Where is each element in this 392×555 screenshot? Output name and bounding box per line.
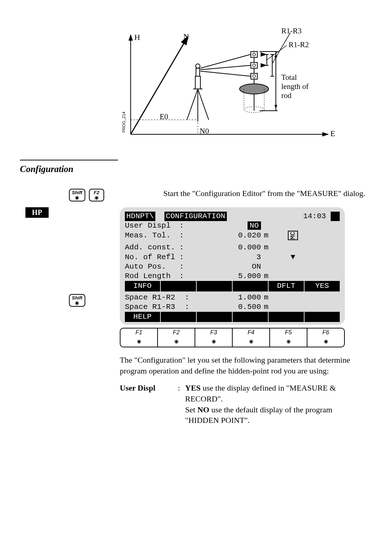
f6-key[interactable]: F6◉ [307,328,344,347]
definition-user-displ: User Displ : YES use the display defined… [120,383,367,426]
svg-marker-36 [274,105,277,109]
svg-rect-9 [195,76,200,89]
shift-key-2[interactable]: Shift ◉ [69,294,85,307]
f1-key[interactable]: F1◉ [121,328,158,347]
svg-rect-16 [251,52,257,57]
softkey-info[interactable]: INFO [125,281,160,291]
f2-key-bottom[interactable]: F2◉ [158,328,195,347]
svg-line-6 [198,89,209,120]
screen-title-mid: CONFIGURATION [164,212,227,221]
label-R1R3: R1-R3 [281,26,302,35]
svg-line-14 [200,71,250,76]
after-text: The "Configuration" let you set the foll… [120,355,367,376]
svg-text:rod: rod [281,91,291,100]
label-N: N [183,32,189,41]
screen-title-left: HDNPT\ [125,212,155,221]
f4-key[interactable]: F4◉ [233,328,270,347]
f2-key[interactable]: F2 ◉ [89,189,104,201]
f3-key[interactable]: F3◉ [195,328,233,347]
softkey-yes[interactable]: YES [305,281,340,291]
svg-text:length of: length of [281,82,309,91]
function-keys: F1◉ F2◉ F3◉ F4◉ F5◉ F6◉ [120,328,345,347]
softkey-bar-1: INFO DFLT YES [125,281,340,291]
svg-line-5 [187,89,198,120]
hp-tab: HP [25,207,49,218]
coordinate-diagram: H N E E0 N0 R1-R3 R1-R2 Total length of … [116,25,341,145]
label-R1R2: R1-R2 [289,40,309,49]
svg-rect-20 [251,73,257,79]
svg-line-37 [272,33,290,64]
svg-rect-18 [251,62,257,68]
softkey-bar-2: HELP [125,312,340,322]
dropdown-icon[interactable]: ▼ [278,253,307,262]
svg-text:Total: Total [281,73,297,82]
softkey-help[interactable]: HELP [125,312,160,322]
lcd-screen: HDNPT\ CONFIGURATION 14:03 User Displ: N… [120,207,345,325]
svg-line-38 [267,45,287,60]
section-title: Configuration [20,160,118,174]
label-E0: E0 [160,112,168,121]
battery-icon [331,212,340,221]
softkey-dflt[interactable]: DFLT [269,281,304,291]
label-N0: N0 [200,127,209,135]
f5-key[interactable]: F5◉ [270,328,307,347]
screen-time: 14:03 [303,212,326,221]
shift-key[interactable]: Shift ◉ [69,189,85,201]
svg-rect-10 [196,68,200,76]
intro-text: Start the "Configuration Editor" from th… [163,189,367,198]
label-H: H [134,33,140,42]
mc-indicator: MC [288,231,298,240]
svg-point-11 [196,64,200,68]
label-E: E [330,129,335,138]
diagram-ref: PROG_Z14 [122,112,126,132]
